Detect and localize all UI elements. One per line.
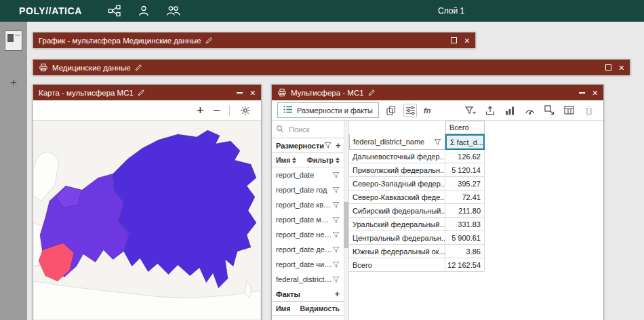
edit-icon[interactable]: [138, 89, 145, 96]
table-row[interactable]: Северо-Кавказский феде... 72.41: [349, 191, 603, 204]
bar-chart-icon[interactable]: [503, 104, 517, 117]
multisphere-toolbar: Размерности и факты fn: [272, 100, 603, 121]
window-medical-data: Медицинские данные ×: [33, 59, 630, 75]
map-settings-gear-icon[interactable]: [239, 104, 252, 117]
dimension-column-header[interactable]: federal_district_name: [349, 134, 445, 150]
table-row[interactable]: Центральный федеральн... 5 900.61: [349, 231, 603, 245]
dimension-column-label: federal_district_name: [353, 138, 424, 146]
russia-choropleth-map[interactable]: [33, 121, 261, 320]
row-label: Уральский федеральный...: [349, 218, 445, 231]
dimension-item[interactable]: report_date: [272, 167, 344, 182]
settings-sliders-icon[interactable]: [403, 104, 417, 117]
facts-name-column-label: Имя: [276, 304, 290, 313]
window-multisphere-titlebar[interactable]: Мультисфера - МС1 ×: [272, 85, 603, 100]
export-icon[interactable]: [483, 104, 497, 117]
table-total-header-row: Всего: [349, 121, 603, 134]
table-row[interactable]: Дальневосточный федер... 126.62: [349, 150, 603, 163]
scrollbar-thumb[interactable]: [344, 202, 348, 248]
close-button[interactable]: ×: [592, 88, 598, 98]
dimension-filter-icon[interactable]: [332, 186, 340, 194]
row-label: Сибирский федеральный...: [349, 204, 445, 218]
dimension-filter-icon[interactable]: [332, 201, 340, 209]
table-total-row[interactable]: Всего 12 162.54: [349, 258, 603, 272]
user-icon[interactable]: [138, 5, 150, 17]
delete-icon[interactable]: [582, 104, 595, 117]
facts-header-icons: +: [334, 289, 340, 298]
dimension-item[interactable]: report_date число: [272, 257, 344, 272]
layer-thumbnail[interactable]: [5, 31, 22, 51]
table-row[interactable]: Южный федеральный ок... 3.86: [349, 245, 603, 258]
maximize-button[interactable]: [605, 64, 611, 71]
map-canvas[interactable]: [33, 121, 261, 320]
total-column-header[interactable]: Всего: [445, 121, 485, 134]
window-chart-title: График - мультисфера Медицинские данные: [39, 37, 201, 45]
table-row[interactable]: Сибирский федеральный... 211.80: [349, 204, 603, 218]
close-button[interactable]: ×: [619, 63, 624, 73]
window-chart-titlebar[interactable]: График - мультисфера Медицинские данные …: [33, 33, 475, 48]
formula-fn-button[interactable]: fn: [422, 104, 432, 117]
sort-name-icon[interactable]: [292, 157, 296, 163]
dimensions-filter-icon[interactable]: [324, 142, 331, 149]
dimension-name: report_date нед...: [276, 231, 332, 239]
dimension-filter-icon[interactable]: [332, 231, 340, 239]
fact-column-header[interactable]: Σ fact_d...: [445, 134, 485, 150]
window-map-titlebar[interactable]: Карта - мультисфера МС1 ×: [33, 85, 261, 100]
facts-name-column-header: Имя: [276, 304, 290, 313]
dimension-filter-icon[interactable]: [332, 172, 340, 179]
filter-icon[interactable]: [464, 104, 477, 117]
row-value: 72.41: [445, 191, 485, 204]
polymatica-app: POLY//ATICA Слой 1 + График - мультисфер…: [0, 0, 644, 320]
minimize-button[interactable]: [579, 92, 585, 94]
sort-filter-icon[interactable]: [336, 157, 340, 163]
panel-scrollbar[interactable]: [344, 121, 348, 320]
close-button[interactable]: ×: [464, 36, 470, 45]
table-row[interactable]: Северо-Западный федер... 395.27: [349, 177, 603, 191]
dimension-filter-icon[interactable]: [332, 261, 340, 268]
row-value: 5 120.14: [445, 163, 485, 177]
dimensions-facts-button[interactable]: Размерности и факты: [277, 102, 379, 118]
dimension-filter-icon[interactable]: [332, 276, 340, 283]
dimension-item[interactable]: report_date квар...: [272, 197, 344, 212]
window-multisphere: Мультисфера - МС1 × Размерности и факты: [271, 84, 604, 320]
add-fact-button[interactable]: +: [334, 289, 340, 298]
add-layer-button[interactable]: +: [0, 76, 27, 89]
dimension-item[interactable]: federal_district_n...: [272, 272, 344, 287]
column-filter-icon[interactable]: [434, 138, 441, 146]
layer-tab[interactable]: Слой 1: [438, 0, 464, 22]
name-column-label: Имя: [276, 156, 290, 164]
window-multisphere-title: Мультисфера - МС1: [291, 89, 364, 97]
printer-icon[interactable]: [39, 63, 48, 72]
window-controls: ×: [451, 36, 470, 45]
search-input[interactable]: [287, 125, 335, 134]
close-button[interactable]: ×: [250, 88, 256, 98]
add-dimension-button[interactable]: +: [336, 141, 341, 150]
row-label: Южный федеральный ок...: [349, 245, 445, 258]
printer-icon[interactable]: [277, 88, 287, 97]
dimension-item[interactable]: report_date месяц: [272, 212, 344, 227]
new-table-icon[interactable]: [562, 104, 576, 117]
edit-icon[interactable]: [135, 64, 142, 71]
dimension-filter-icon[interactable]: [332, 246, 340, 254]
multisphere-content: Размерности + Имя Фильтр: [272, 121, 603, 320]
minimize-button[interactable]: [237, 92, 243, 94]
dimension-name: report_date число: [276, 260, 332, 268]
dimension-name: report_date квар...: [276, 201, 332, 209]
facts-visibility-column-label: Видимость: [300, 304, 340, 313]
dimension-item[interactable]: report_date нед...: [272, 227, 344, 242]
copy-to-layer-icon[interactable]: [542, 104, 556, 117]
dimension-filter-icon[interactable]: [332, 216, 340, 224]
dimension-item[interactable]: report_date ден...: [272, 242, 344, 257]
window-medical-titlebar[interactable]: Медицинские данные ×: [33, 60, 630, 75]
dimension-item[interactable]: report_date год: [272, 182, 344, 197]
zoom-in-button[interactable]: +: [197, 104, 204, 117]
users-icon[interactable]: [166, 5, 181, 17]
copy-icon[interactable]: [384, 104, 398, 117]
table-row[interactable]: Приволжский федеральн... 5 120.14: [349, 163, 603, 177]
maximize-button[interactable]: [451, 37, 457, 43]
zoom-out-button[interactable]: −: [213, 104, 220, 117]
edit-icon[interactable]: [205, 37, 213, 44]
multisphere-network-icon[interactable]: [108, 5, 121, 17]
gauge-icon[interactable]: [523, 104, 536, 117]
edit-icon[interactable]: [368, 89, 376, 96]
table-row[interactable]: Уральский федеральный... 331.83: [349, 218, 603, 231]
